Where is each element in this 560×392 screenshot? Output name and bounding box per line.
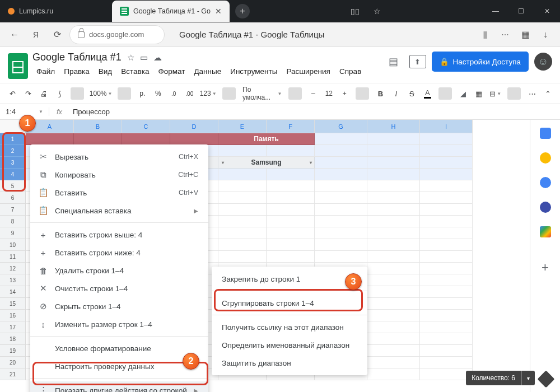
merge-button[interactable]: ⊟▼ — [488, 86, 503, 101]
percent-button[interactable]: % — [151, 86, 165, 101]
cell-E5[interactable] — [218, 180, 267, 192]
menu-format[interactable]: Формат — [154, 66, 189, 77]
text-color-button[interactable]: A — [421, 86, 434, 101]
ctx-data-validation[interactable]: Настроить проверку данных — [30, 357, 208, 375]
row-header-8[interactable]: 8 — [0, 216, 26, 227]
cell-I18[interactable] — [420, 333, 473, 345]
more-icon[interactable]: ··· — [496, 26, 514, 44]
cell-H19[interactable] — [367, 345, 420, 357]
status-dropdown-icon[interactable]: ▾ — [521, 371, 535, 385]
avatar[interactable]: ☺ — [534, 53, 552, 71]
row-header-2[interactable]: 2 — [0, 145, 26, 157]
cell-I15[interactable] — [420, 298, 473, 310]
cell-E6[interactable] — [218, 192, 267, 204]
maximize-button[interactable]: ☐ — [508, 0, 534, 22]
cell-I8[interactable] — [420, 216, 473, 227]
row-header-19[interactable]: 19 — [0, 345, 26, 357]
cell-C1[interactable] — [122, 133, 170, 145]
cell-I9[interactable] — [420, 227, 473, 239]
browser-tab-2-active[interactable]: Google Таблица #1 - Go ✕ — [112, 1, 230, 22]
keep-icon[interactable] — [540, 152, 551, 164]
sub-group[interactable]: Сгруппировать строки 1–4 — [212, 294, 367, 312]
cell-D1[interactable] — [170, 133, 218, 145]
row-header-3[interactable]: 3 — [0, 157, 26, 169]
row-header-15[interactable]: 15 — [0, 298, 26, 310]
cell-I4[interactable] — [420, 169, 473, 180]
row-header-7[interactable]: 7 — [0, 204, 26, 216]
row-header-18[interactable]: 18 — [0, 333, 26, 345]
row-header-20[interactable]: 20 — [0, 357, 26, 368]
row-header-11[interactable]: 11 — [0, 251, 26, 263]
cell-F8[interactable] — [267, 216, 315, 227]
cell-F4[interactable] — [267, 169, 315, 180]
cell-I19[interactable] — [420, 345, 473, 357]
cell-H5[interactable] — [367, 180, 420, 192]
row-header-9[interactable]: 9 — [0, 227, 26, 239]
fill-color-button[interactable]: ◢ — [456, 86, 470, 101]
cell-G4[interactable] — [315, 169, 367, 180]
ctx-paste-special[interactable]: 📋Специальная вставка▶ — [30, 202, 208, 220]
borders-button[interactable]: ▦ — [472, 86, 486, 101]
cell-H12[interactable] — [367, 263, 420, 274]
cell-H21[interactable] — [367, 368, 420, 380]
cell-H18[interactable] — [367, 333, 420, 345]
cell-E11[interactable] — [218, 251, 267, 263]
cell-G2[interactable] — [315, 145, 367, 157]
increase-decimals-button[interactable]: .00 — [183, 86, 196, 101]
close-tab-icon[interactable]: ✕ — [215, 7, 222, 16]
ctx-clear-rows[interactable]: ✕Очистить строки 1–4 — [30, 279, 208, 297]
cell-G9[interactable] — [315, 227, 367, 239]
yandex-button[interactable]: Я — [27, 26, 45, 44]
ctx-insert-above[interactable]: +Вставить строки выше: 4 — [30, 226, 208, 244]
row-header-10[interactable]: 10 — [0, 239, 26, 251]
cell-G10[interactable] — [315, 239, 367, 251]
menu-extensions[interactable]: Расширения — [282, 66, 334, 77]
status-count[interactable]: Количество: 6 — [466, 371, 521, 385]
ctx-more-actions[interactable]: ⋮Показать другие действия со строкой▶ — [30, 381, 208, 392]
download-icon[interactable]: ↓ — [536, 26, 554, 44]
strikethrough-button[interactable]: S — [405, 86, 418, 101]
maps-icon[interactable] — [540, 226, 551, 237]
cell-G1[interactable] — [315, 133, 367, 145]
row-header-16[interactable]: 16 — [0, 310, 26, 321]
menu-help[interactable]: Справ — [335, 66, 365, 77]
cell-A1[interactable] — [26, 133, 74, 145]
decrease-decimals-button[interactable]: .0 — [167, 86, 180, 101]
cell-I12[interactable] — [420, 263, 473, 274]
cell-E2[interactable] — [218, 145, 267, 157]
col-header-C[interactable]: C — [122, 120, 170, 133]
cell-E3[interactable]: ▾Samsung▾ — [218, 157, 315, 169]
col-header-I[interactable]: I — [420, 120, 473, 133]
cell-I5[interactable] — [420, 180, 473, 192]
cell-F9[interactable] — [267, 227, 315, 239]
undo-button[interactable]: ↶ — [6, 86, 19, 101]
cell-I1[interactable] — [420, 133, 473, 145]
font-size-increase[interactable]: + — [338, 86, 351, 101]
ctx-paste[interactable]: 📋ВставитьCtrl+V — [30, 184, 208, 202]
row-header-21[interactable]: 21 — [0, 368, 26, 380]
menu-tools[interactable]: Инструменты — [226, 66, 281, 77]
url-field[interactable]: docs.google.com — [69, 25, 165, 44]
row-header-5[interactable]: 5 — [0, 180, 26, 192]
cell-E9[interactable] — [218, 227, 267, 239]
sub-protect[interactable]: Защитить диапазон — [212, 354, 367, 372]
cell-F11[interactable] — [267, 251, 315, 263]
ctx-hide-rows[interactable]: ⊘Скрыть строки 1–4 — [30, 297, 208, 315]
row-header-17[interactable]: 17 — [0, 321, 26, 333]
col-header-B[interactable]: B — [74, 120, 122, 133]
cell-H8[interactable] — [367, 216, 420, 227]
cell-H13[interactable] — [367, 274, 420, 286]
menu-file[interactable]: Файл — [32, 66, 59, 77]
new-tab-button[interactable]: + — [235, 4, 250, 18]
col-header-E[interactable]: E — [218, 120, 267, 133]
font-dropdown[interactable]: По умолча...▼ — [240, 86, 284, 101]
cell-H1[interactable] — [367, 133, 420, 145]
row-header-13[interactable]: 13 — [0, 274, 26, 286]
tasks-icon[interactable] — [540, 177, 551, 188]
italic-button[interactable]: I — [389, 86, 403, 101]
row-header-4[interactable]: 4 — [0, 169, 26, 180]
bold-button[interactable]: В — [374, 86, 387, 101]
cell-E8[interactable] — [218, 216, 267, 227]
cell-I6[interactable] — [420, 192, 473, 204]
currency-button[interactable]: р. — [136, 86, 149, 101]
